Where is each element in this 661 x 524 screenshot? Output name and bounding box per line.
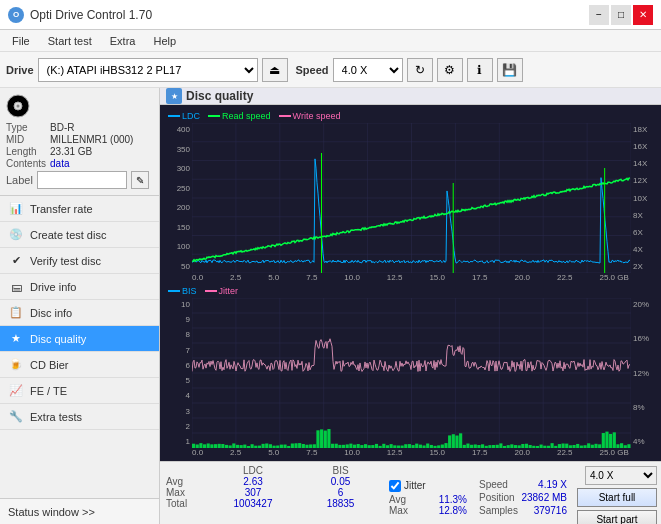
menu-file[interactable]: File [4, 33, 38, 49]
sidebar-item-transfer-rate[interactable]: 📊 Transfer rate [0, 196, 159, 222]
sidebar-item-label: Extra tests [30, 411, 82, 423]
app-logo: O [8, 7, 24, 23]
settings-button[interactable]: ⚙ [437, 58, 463, 82]
app-title: Opti Drive Control 1.70 [30, 8, 152, 22]
sidebar-item-label: Disc quality [30, 333, 86, 345]
write-legend: Write speed [279, 111, 341, 121]
window-controls: − □ ✕ [589, 5, 653, 25]
type-value: BD-R [50, 122, 153, 133]
sidebar-item-drive-info[interactable]: 🖴 Drive info [0, 274, 159, 300]
menu-extra[interactable]: Extra [102, 33, 144, 49]
label-label: Label [6, 174, 33, 186]
sidebar-item-disc-quality[interactable]: ★ Disc quality [0, 326, 159, 352]
minimize-button[interactable]: − [589, 5, 609, 25]
disc-info-icon: 📋 [8, 305, 24, 321]
sidebar-item-disc-info[interactable]: 📋 Disc info [0, 300, 159, 326]
max-jitter-label: Max [389, 505, 408, 516]
stats-panel: LDC BIS Avg 2.63 0.05 Max 307 [160, 461, 661, 524]
sidebar-item-label: Transfer rate [30, 203, 93, 215]
label-edit-button[interactable]: ✎ [131, 171, 149, 189]
mid-label: MID [6, 134, 46, 145]
start-full-button[interactable]: Start full [577, 488, 657, 507]
avg-ldc: 2.63 [202, 476, 304, 487]
ldc-header: LDC [202, 465, 304, 476]
max-bis: 6 [304, 487, 377, 498]
titlebar: O Opti Drive Control 1.70 − □ ✕ [0, 0, 661, 30]
bottom-chart-canvas [192, 298, 631, 448]
sidebar: Type BD-R MID MILLENMR1 (000) Length 23.… [0, 88, 160, 524]
menu-help[interactable]: Help [145, 33, 184, 49]
label-input[interactable] [37, 171, 127, 189]
disc-icon [6, 94, 30, 118]
max-jitter-value: 12.8% [439, 505, 467, 516]
jitter-checkbox[interactable] [389, 480, 401, 492]
bis-legend: BIS [168, 286, 197, 296]
avg-row: Avg 2.63 0.05 [166, 476, 377, 487]
fe-te-icon: 📈 [8, 383, 24, 399]
max-label: Max [166, 487, 202, 498]
avg-jitter-label: Avg [389, 494, 406, 505]
drive-label: Drive [6, 64, 34, 76]
x-axis-bottom: 0.0 2.5 5.0 7.5 10.0 12.5 15.0 17.5 20.0… [164, 448, 657, 457]
max-row: Max 307 6 [166, 487, 377, 498]
extra-tests-icon: 🔧 [8, 409, 24, 425]
y-axis-left-bottom: 10 9 8 7 6 5 4 3 2 1 [164, 298, 192, 448]
avg-jitter-value: 11.3% [439, 494, 467, 505]
speed-avg-value: 4.19 X [538, 479, 567, 490]
sidebar-item-label: FE / TE [30, 385, 67, 397]
avg-label: Avg [166, 476, 202, 487]
sidebar-item-extra-tests[interactable]: 🔧 Extra tests [0, 404, 159, 430]
total-row: Total 1003427 18835 [166, 498, 377, 509]
length-value: 23.31 GB [50, 146, 153, 157]
info-button[interactable]: ℹ [467, 58, 493, 82]
create-test-disc-icon: 💿 [8, 227, 24, 243]
right-buttons: 4.0 X Start full Start part [573, 462, 661, 524]
y-axis-left-top: 400 350 300 250 200 150 100 50 [164, 123, 192, 273]
top-chart-canvas [192, 123, 631, 273]
total-ldc: 1003427 [202, 498, 304, 509]
avg-bis: 0.05 [304, 476, 377, 487]
y-axis-right-bottom: 20% 16% 12% 8% 4% [631, 298, 657, 448]
speed-label-stat: Speed [479, 479, 508, 490]
type-label: Type [6, 122, 46, 133]
sidebar-item-cd-bier[interactable]: 🍺 CD Bier [0, 352, 159, 378]
jitter-legend: Jitter [205, 286, 239, 296]
jitter-label: Jitter [404, 480, 426, 491]
total-label: Total [166, 498, 202, 509]
max-ldc: 307 [202, 487, 304, 498]
content-area: ★ Disc quality LDC Read speed [160, 88, 661, 524]
status-window-button[interactable]: Status window >> [0, 498, 159, 524]
toolbar: Drive (K:) ATAPI iHBS312 2 PL17 ⏏ Speed … [0, 52, 661, 88]
x-axis-top: 0.0 2.5 5.0 7.5 10.0 12.5 15.0 17.5 20.0… [164, 273, 657, 282]
sidebar-item-create-test-disc[interactable]: 💿 Create test disc [0, 222, 159, 248]
menu-start-test[interactable]: Start test [40, 33, 100, 49]
sidebar-item-label: Drive info [30, 281, 76, 293]
position-label: Position [479, 492, 515, 503]
mid-value: MILLENMR1 (000) [50, 134, 153, 145]
contents-label: Contents [6, 158, 46, 169]
speed-select-bottom[interactable]: 4.0 X [585, 466, 657, 485]
contents-value: data [50, 158, 153, 169]
length-label: Length [6, 146, 46, 157]
refresh-button[interactable]: ↻ [407, 58, 433, 82]
main-layout: Type BD-R MID MILLENMR1 (000) Length 23.… [0, 88, 661, 524]
save-button[interactable]: 💾 [497, 58, 523, 82]
read-legend: Read speed [208, 111, 271, 121]
disc-panel: Type BD-R MID MILLENMR1 (000) Length 23.… [0, 88, 159, 196]
stats-table: LDC BIS Avg 2.63 0.05 Max 307 [160, 462, 383, 524]
eject-button[interactable]: ⏏ [262, 58, 288, 82]
ldc-legend: LDC [168, 111, 200, 121]
speed-select[interactable]: 4.0 X [333, 58, 403, 82]
close-button[interactable]: ✕ [633, 5, 653, 25]
position-value: 23862 MB [521, 492, 567, 503]
status-window-label: Status window >> [8, 506, 95, 518]
maximize-button[interactable]: □ [611, 5, 631, 25]
drive-select[interactable]: (K:) ATAPI iHBS312 2 PL17 [38, 58, 258, 82]
sidebar-item-label: Disc info [30, 307, 72, 319]
speed-label: Speed [296, 64, 329, 76]
start-part-button[interactable]: Start part [577, 510, 657, 524]
sidebar-item-label: CD Bier [30, 359, 69, 371]
sidebar-item-fe-te[interactable]: 📈 FE / TE [0, 378, 159, 404]
disc-quality-title: Disc quality [186, 89, 253, 103]
sidebar-item-verify-test-disc[interactable]: ✔ Verify test disc [0, 248, 159, 274]
